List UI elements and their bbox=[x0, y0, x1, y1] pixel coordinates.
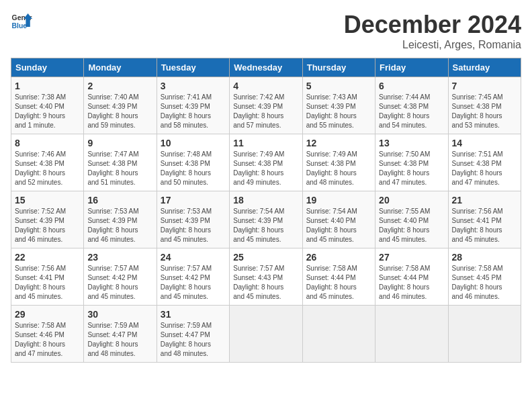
calendar-cell: 12Sunrise: 7:49 AM Sunset: 4:38 PM Dayli… bbox=[302, 134, 375, 191]
calendar-cell: 28Sunrise: 7:58 AM Sunset: 4:45 PM Dayli… bbox=[448, 248, 521, 306]
weekday-header-monday: Monday bbox=[84, 58, 157, 77]
day-number: 3 bbox=[161, 81, 226, 91]
day-info: Sunrise: 7:46 AM Sunset: 4:38 PM Dayligh… bbox=[15, 150, 80, 187]
day-info: Sunrise: 7:55 AM Sunset: 4:40 PM Dayligh… bbox=[379, 207, 444, 244]
day-number: 28 bbox=[452, 252, 517, 263]
calendar-cell: 8Sunrise: 7:46 AM Sunset: 4:38 PM Daylig… bbox=[11, 134, 84, 191]
calendar-cell: 31Sunrise: 7:59 AM Sunset: 4:47 PM Dayli… bbox=[157, 306, 229, 363]
day-number: 14 bbox=[452, 138, 517, 148]
day-info: Sunrise: 7:54 AM Sunset: 4:39 PM Dayligh… bbox=[233, 207, 298, 244]
calendar-cell: 6Sunrise: 7:44 AM Sunset: 4:38 PM Daylig… bbox=[375, 77, 448, 134]
weekday-header-tuesday: Tuesday bbox=[157, 58, 229, 77]
calendar-cell: 22Sunrise: 7:56 AM Sunset: 4:41 PM Dayli… bbox=[11, 248, 84, 306]
day-info: Sunrise: 7:53 AM Sunset: 4:39 PM Dayligh… bbox=[161, 207, 226, 244]
calendar-cell bbox=[302, 306, 375, 363]
calendar-cell bbox=[230, 306, 302, 363]
svg-text:Blue: Blue bbox=[12, 22, 28, 30]
day-number: 1 bbox=[15, 81, 80, 91]
day-number: 11 bbox=[233, 138, 298, 148]
day-info: Sunrise: 7:58 AM Sunset: 4:46 PM Dayligh… bbox=[15, 321, 80, 359]
title-area: December 2024 Leicesti, Arges, Romania bbox=[344, 11, 521, 51]
day-info: Sunrise: 7:58 AM Sunset: 4:44 PM Dayligh… bbox=[379, 264, 444, 302]
day-number: 15 bbox=[15, 195, 80, 205]
day-info: Sunrise: 7:51 AM Sunset: 4:38 PM Dayligh… bbox=[452, 150, 517, 187]
day-info: Sunrise: 7:50 AM Sunset: 4:38 PM Dayligh… bbox=[379, 150, 444, 187]
day-info: Sunrise: 7:43 AM Sunset: 4:39 PM Dayligh… bbox=[306, 93, 371, 130]
location-title: Leicesti, Arges, Romania bbox=[344, 39, 521, 51]
day-number: 27 bbox=[379, 252, 444, 263]
day-info: Sunrise: 7:56 AM Sunset: 4:41 PM Dayligh… bbox=[452, 207, 517, 244]
day-info: Sunrise: 7:58 AM Sunset: 4:44 PM Dayligh… bbox=[306, 264, 371, 302]
day-number: 16 bbox=[87, 195, 152, 205]
calendar-cell: 9Sunrise: 7:47 AM Sunset: 4:38 PM Daylig… bbox=[84, 134, 157, 191]
day-info: Sunrise: 7:52 AM Sunset: 4:39 PM Dayligh… bbox=[15, 207, 80, 244]
weekday-header-thursday: Thursday bbox=[302, 58, 375, 77]
day-info: Sunrise: 7:45 AM Sunset: 4:38 PM Dayligh… bbox=[452, 93, 517, 130]
day-number: 8 bbox=[15, 138, 80, 148]
weekday-header-sunday: Sunday bbox=[11, 58, 84, 77]
calendar-cell: 4Sunrise: 7:42 AM Sunset: 4:39 PM Daylig… bbox=[230, 77, 302, 134]
day-info: Sunrise: 7:49 AM Sunset: 4:38 PM Dayligh… bbox=[233, 150, 298, 187]
calendar-cell: 30Sunrise: 7:59 AM Sunset: 4:47 PM Dayli… bbox=[84, 306, 157, 363]
day-info: Sunrise: 7:57 AM Sunset: 4:42 PM Dayligh… bbox=[87, 264, 152, 302]
day-number: 31 bbox=[161, 309, 226, 320]
day-number: 20 bbox=[379, 195, 444, 205]
calendar-cell: 18Sunrise: 7:54 AM Sunset: 4:39 PM Dayli… bbox=[230, 191, 302, 248]
day-number: 24 bbox=[161, 252, 226, 263]
day-info: Sunrise: 7:59 AM Sunset: 4:47 PM Dayligh… bbox=[87, 321, 152, 359]
day-number: 25 bbox=[233, 252, 298, 263]
calendar-cell: 20Sunrise: 7:55 AM Sunset: 4:40 PM Dayli… bbox=[375, 191, 448, 248]
day-info: Sunrise: 7:57 AM Sunset: 4:43 PM Dayligh… bbox=[233, 264, 298, 302]
day-info: Sunrise: 7:42 AM Sunset: 4:39 PM Dayligh… bbox=[233, 93, 298, 130]
day-info: Sunrise: 7:58 AM Sunset: 4:45 PM Dayligh… bbox=[452, 264, 517, 302]
day-info: Sunrise: 7:49 AM Sunset: 4:38 PM Dayligh… bbox=[306, 150, 371, 187]
day-number: 5 bbox=[306, 81, 371, 91]
calendar-cell: 29Sunrise: 7:58 AM Sunset: 4:46 PM Dayli… bbox=[11, 306, 84, 363]
calendar-cell: 15Sunrise: 7:52 AM Sunset: 4:39 PM Dayli… bbox=[11, 191, 84, 248]
calendar-cell: 10Sunrise: 7:48 AM Sunset: 4:38 PM Dayli… bbox=[157, 134, 229, 191]
weekday-header-saturday: Saturday bbox=[448, 58, 521, 77]
day-info: Sunrise: 7:48 AM Sunset: 4:38 PM Dayligh… bbox=[161, 150, 226, 187]
day-number: 18 bbox=[233, 195, 298, 205]
day-info: Sunrise: 7:38 AM Sunset: 4:40 PM Dayligh… bbox=[15, 93, 80, 130]
weekday-header-friday: Friday bbox=[375, 58, 448, 77]
day-number: 23 bbox=[87, 252, 152, 263]
day-info: Sunrise: 7:59 AM Sunset: 4:47 PM Dayligh… bbox=[161, 321, 226, 359]
calendar-cell: 19Sunrise: 7:54 AM Sunset: 4:40 PM Dayli… bbox=[302, 191, 375, 248]
calendar-cell: 21Sunrise: 7:56 AM Sunset: 4:41 PM Dayli… bbox=[448, 191, 521, 248]
day-info: Sunrise: 7:44 AM Sunset: 4:38 PM Dayligh… bbox=[379, 93, 444, 130]
calendar-cell: 13Sunrise: 7:50 AM Sunset: 4:38 PM Dayli… bbox=[375, 134, 448, 191]
weekday-header-wednesday: Wednesday bbox=[230, 58, 302, 77]
day-info: Sunrise: 7:56 AM Sunset: 4:41 PM Dayligh… bbox=[15, 264, 80, 302]
day-number: 22 bbox=[15, 252, 80, 263]
day-number: 26 bbox=[306, 252, 371, 263]
day-number: 9 bbox=[87, 138, 152, 148]
day-info: Sunrise: 7:57 AM Sunset: 4:42 PM Dayligh… bbox=[161, 264, 226, 302]
day-info: Sunrise: 7:41 AM Sunset: 4:39 PM Dayligh… bbox=[161, 93, 226, 130]
calendar-cell: 16Sunrise: 7:53 AM Sunset: 4:39 PM Dayli… bbox=[84, 191, 157, 248]
day-number: 29 bbox=[15, 309, 80, 320]
calendar-cell: 7Sunrise: 7:45 AM Sunset: 4:38 PM Daylig… bbox=[448, 77, 521, 134]
day-info: Sunrise: 7:54 AM Sunset: 4:40 PM Dayligh… bbox=[306, 207, 371, 244]
calendar-table: SundayMondayTuesdayWednesdayThursdayFrid… bbox=[11, 58, 521, 363]
day-number: 10 bbox=[161, 138, 226, 148]
day-number: 4 bbox=[233, 81, 298, 91]
calendar-cell: 23Sunrise: 7:57 AM Sunset: 4:42 PM Dayli… bbox=[84, 248, 157, 306]
calendar-cell: 17Sunrise: 7:53 AM Sunset: 4:39 PM Dayli… bbox=[157, 191, 229, 248]
day-number: 19 bbox=[306, 195, 371, 205]
calendar-cell: 5Sunrise: 7:43 AM Sunset: 4:39 PM Daylig… bbox=[302, 77, 375, 134]
calendar-cell: 25Sunrise: 7:57 AM Sunset: 4:43 PM Dayli… bbox=[230, 248, 302, 306]
month-title: December 2024 bbox=[344, 11, 521, 39]
calendar-cell: 27Sunrise: 7:58 AM Sunset: 4:44 PM Dayli… bbox=[375, 248, 448, 306]
day-info: Sunrise: 7:40 AM Sunset: 4:39 PM Dayligh… bbox=[87, 93, 152, 130]
day-number: 6 bbox=[379, 81, 444, 91]
logo: General Blue bbox=[11, 11, 32, 32]
calendar-cell: 24Sunrise: 7:57 AM Sunset: 4:42 PM Dayli… bbox=[157, 248, 229, 306]
day-number: 21 bbox=[452, 195, 517, 205]
calendar-cell bbox=[448, 306, 521, 363]
day-number: 7 bbox=[452, 81, 517, 91]
calendar-cell: 14Sunrise: 7:51 AM Sunset: 4:38 PM Dayli… bbox=[448, 134, 521, 191]
day-number: 30 bbox=[87, 309, 152, 320]
day-number: 17 bbox=[161, 195, 226, 205]
calendar-cell: 11Sunrise: 7:49 AM Sunset: 4:38 PM Dayli… bbox=[230, 134, 302, 191]
